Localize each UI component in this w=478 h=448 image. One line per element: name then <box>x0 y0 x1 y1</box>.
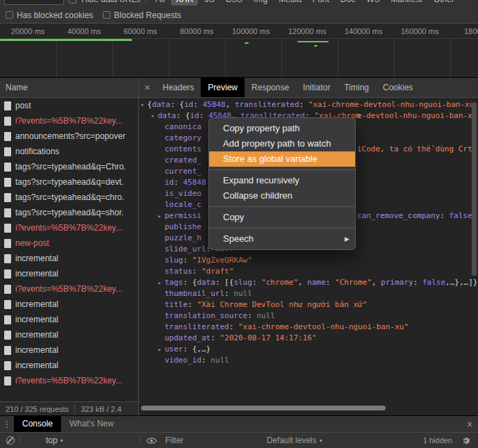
tree-token: name <box>307 278 326 287</box>
checkbox-blocked-requests[interactable]: Blocked Requests <box>103 10 181 20</box>
name-column-label: Name <box>6 83 28 92</box>
tab-timing[interactable]: Timing <box>337 78 376 97</box>
network-filter-input[interactable] <box>4 0 64 5</box>
request-row[interactable]: incremental <box>0 358 138 373</box>
tree-token: "Chrome" <box>335 278 372 287</box>
tree-token: is_video <box>165 189 201 198</box>
request-row[interactable]: tags?src=typeahead&q=chro. <box>0 190 138 205</box>
drawer-tab-what-s-new[interactable]: What's New <box>61 416 122 433</box>
filter-chip-all[interactable]: All <box>151 0 170 6</box>
tree-line[interactable]: slug: "1VgZveQRKAw" <box>139 255 478 266</box>
tree-expanded-icon[interactable]: ▾ <box>140 99 144 110</box>
filter-chip-font[interactable]: Font <box>308 0 334 6</box>
console-settings-gear-icon[interactable] <box>462 436 471 445</box>
request-table-panel: Name posti?events=%5B%7B%22key...announc… <box>0 78 139 415</box>
document-icon <box>4 331 11 340</box>
timeline-overview[interactable]: 20000 ms40000 ms60000 ms80000 ms100000 m… <box>0 24 478 78</box>
name-column-header[interactable]: Name <box>0 78 138 98</box>
tree-collapsed-icon[interactable]: ▸ <box>158 344 161 355</box>
vertical-scrollbar-thumb[interactable] <box>472 102 477 276</box>
tree-token: "Xài Chrome DevTool như người bản xứ" <box>197 300 367 309</box>
filter-chip-css[interactable]: CSS <box>220 0 247 6</box>
request-row[interactable]: incremental <box>0 297 138 312</box>
live-expression-icon[interactable] <box>146 437 157 445</box>
request-row[interactable]: i?events=%5B%7B%22key... <box>0 220 138 235</box>
request-row[interactable]: tags?src=typeahead&q=devt. <box>0 174 138 190</box>
tree-line[interactable]: thumbnail_url: null <box>139 288 478 299</box>
hide-data-urls-checkbox[interactable] <box>69 0 76 3</box>
request-row[interactable]: announcements?src=popover <box>0 128 138 144</box>
tree-line[interactable]: transliterated: "xai-chrome-devtool-nhu-… <box>139 322 478 333</box>
filter-chip-img[interactable]: Img <box>249 0 272 6</box>
tree-token: : <box>247 311 256 320</box>
tab-response[interactable]: Response <box>245 78 296 97</box>
tab-headers[interactable]: Headers <box>156 78 201 97</box>
timeline-gridline <box>281 38 282 77</box>
tree-line[interactable]: ▸user: {,…} <box>139 344 478 355</box>
tree-line[interactable]: video_id: null <box>139 355 478 366</box>
tree-line[interactable]: translation_source: null <box>139 310 478 322</box>
request-row[interactable]: incremental <box>0 327 138 342</box>
request-row[interactable]: incremental <box>0 251 138 266</box>
tree-token: "xai-chrome-devtool-nhu-nguoi-ban-xu" <box>238 322 409 331</box>
request-row[interactable]: tags?src=typeahead&q=shor. <box>0 205 138 220</box>
tree-token: "xai-chrome-devtool-nhu-nguoi-ban-xu <box>308 100 474 109</box>
menu-item-label: Store as global variable <box>223 151 318 167</box>
checkbox-has-blocked-cookies[interactable]: Has blocked cookies <box>6 10 93 20</box>
filter-chip-js[interactable]: JS <box>199 0 219 6</box>
tree-collapsed-icon[interactable]: ▸ <box>158 277 161 288</box>
tree-line[interactable]: ▸tags: {data: [{slug: "chrome", name: "C… <box>139 277 478 288</box>
execution-context-selector[interactable]: top ▾ <box>46 435 63 445</box>
close-drawer-icon[interactable]: × <box>461 419 478 430</box>
request-row[interactable]: i?events=%5B%7B%22key... <box>0 373 138 388</box>
tree-collapsed-icon[interactable]: ▸ <box>158 210 161 222</box>
tree-token: puzzle_h <box>165 233 201 242</box>
more-tools-icon[interactable]: ⋮ <box>0 419 14 429</box>
filter-chip-media[interactable]: Media <box>274 0 306 6</box>
filter-chip-ws[interactable]: WS <box>361 0 384 6</box>
menu-item-add-property-path-to-watch[interactable]: Add property path to watch <box>209 136 355 151</box>
horizontal-scrollbar-thumb[interactable] <box>141 406 386 410</box>
drawer-tab-strip: ConsoleWhat's New <box>14 416 122 433</box>
tree-line[interactable]: status: "draft" <box>139 266 478 277</box>
request-row[interactable]: new-post <box>0 235 138 251</box>
tree-line[interactable]: ▾{data: {id: 45848, transliterated: "xai… <box>139 99 478 110</box>
menu-item-speech[interactable]: Speech▶ <box>209 231 355 247</box>
request-row[interactable]: incremental <box>0 312 138 327</box>
request-row[interactable]: notifications <box>0 144 138 159</box>
tree-token: created_ <box>165 156 201 165</box>
console-filter-input[interactable] <box>165 435 249 445</box>
tab-cookies[interactable]: Cookies <box>376 78 420 97</box>
tab-preview[interactable]: Preview <box>201 78 245 97</box>
request-row[interactable]: tags?src=typeahead&q=Chro. <box>0 159 138 174</box>
checkbox-box[interactable] <box>6 11 13 19</box>
filter-chip-manifest[interactable]: Manifest <box>386 0 427 6</box>
tree-token: transliterated <box>165 322 229 331</box>
request-row[interactable]: i?events=%5B%7B%22key... <box>0 281 138 297</box>
menu-item-label: Add property path to watch <box>223 136 331 151</box>
request-row[interactable]: i?events=%5B%7B%22key... <box>0 113 138 128</box>
menu-item-expand-recursively[interactable]: Expand recursively <box>209 173 355 188</box>
document-icon <box>4 239 11 248</box>
tree-expanded-icon[interactable]: ▾ <box>151 110 154 122</box>
menu-item-store-as-global-variable[interactable]: Store as global variable <box>209 151 355 167</box>
close-detail-icon[interactable]: × <box>139 82 156 93</box>
menu-item-collapse-children[interactable]: Collapse children <box>209 188 355 204</box>
request-row[interactable]: incremental <box>0 266 138 281</box>
filter-chip-xhr[interactable]: XHR <box>171 0 198 6</box>
tab-initiator[interactable]: Initiator <box>296 78 337 97</box>
request-row[interactable]: incremental <box>0 342 138 358</box>
clear-console-icon[interactable] <box>6 436 15 445</box>
checkbox-box[interactable] <box>103 11 110 19</box>
menu-item-copy-property-path[interactable]: Copy property path <box>209 121 355 136</box>
filter-chip-other[interactable]: Other <box>429 0 459 6</box>
tree-line[interactable]: title: "Xài Chrome DevTool như người bản… <box>139 299 478 310</box>
menu-item-copy[interactable]: Copy <box>209 210 355 225</box>
request-row[interactable]: post <box>0 98 138 113</box>
log-levels-dropdown[interactable]: Default levels ▾ <box>267 435 322 445</box>
filter-chip-doc[interactable]: Doc <box>336 0 360 6</box>
drawer-tab-console[interactable]: Console <box>14 416 61 433</box>
tree-line[interactable]: updated_at: "2020-08-17 14:17:16" <box>139 333 478 344</box>
hide-data-urls-label: Hide data URLs <box>81 0 140 4</box>
menu-item-label: Speech <box>223 231 254 247</box>
